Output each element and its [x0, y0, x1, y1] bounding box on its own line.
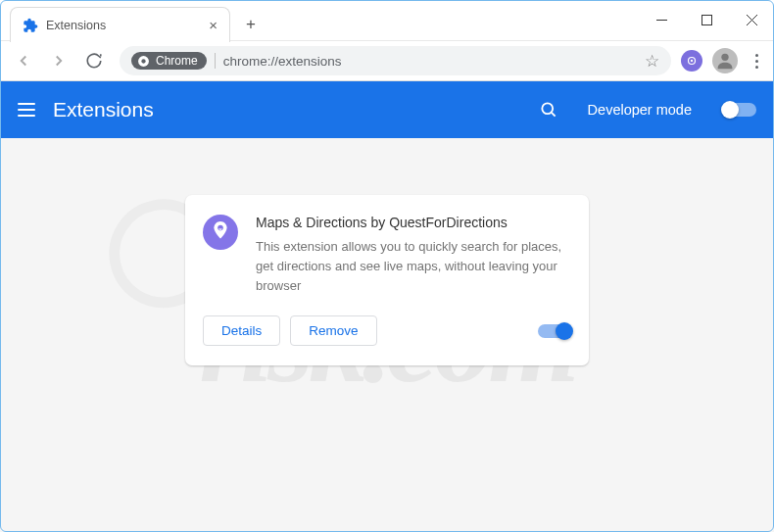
details-button[interactable]: Details: [203, 315, 280, 346]
content-area: risk.com w Maps & Directions by QuestFor…: [0, 138, 774, 532]
tab-title: Extensions: [46, 19, 201, 32]
remove-button[interactable]: Remove: [290, 315, 376, 346]
browser-toolbar: Chrome chrome://extensions ☆: [0, 41, 774, 81]
address-bar[interactable]: Chrome chrome://extensions ☆: [120, 46, 671, 75]
svg-point-5: [141, 59, 145, 63]
tab-close-icon[interactable]: ×: [209, 17, 218, 33]
puzzle-icon: [23, 18, 38, 33]
svg-rect-1: [701, 16, 711, 25]
back-button[interactable]: [8, 45, 39, 76]
extension-toolbar-icon[interactable]: [681, 50, 702, 72]
new-tab-button[interactable]: +: [234, 15, 267, 34]
extensions-header: Extensions Developer mode: [0, 81, 774, 138]
search-icon[interactable]: [537, 98, 560, 121]
chrome-badge: Chrome: [131, 52, 207, 70]
extension-enable-toggle[interactable]: [538, 324, 571, 338]
minimize-button[interactable]: [639, 0, 684, 41]
extension-description: This extension allows you to quickly sea…: [256, 237, 571, 296]
svg-line-10: [552, 113, 556, 117]
svg-point-9: [542, 103, 553, 114]
svg-point-7: [691, 60, 693, 62]
hamburger-menu-icon[interactable]: [18, 103, 35, 117]
bookmark-star-icon[interactable]: ☆: [645, 51, 659, 72]
separator: [215, 53, 216, 69]
close-button[interactable]: [729, 0, 774, 41]
profile-avatar[interactable]: [712, 48, 738, 73]
reload-button[interactable]: [78, 45, 110, 76]
maximize-button[interactable]: [684, 0, 729, 41]
browser-tab[interactable]: Extensions ×: [10, 7, 230, 42]
extension-title: Maps & Directions by QuestForDirections: [256, 215, 571, 230]
extension-card: w Maps & Directions by QuestForDirection…: [185, 195, 589, 365]
tab-strip: Extensions × +: [10, 7, 267, 42]
url-text: chrome://extensions: [223, 54, 342, 69]
developer-mode-toggle[interactable]: [723, 103, 756, 117]
page-title: Extensions: [53, 98, 154, 121]
extension-icon: w: [203, 215, 238, 250]
forward-button[interactable]: [43, 45, 74, 76]
svg-text:w: w: [218, 227, 222, 231]
kebab-menu-icon[interactable]: [748, 54, 766, 69]
chrome-badge-label: Chrome: [156, 54, 198, 68]
svg-point-8: [721, 54, 728, 61]
developer-mode-label: Developer mode: [588, 102, 692, 118]
chrome-logo-icon: [137, 55, 150, 68]
